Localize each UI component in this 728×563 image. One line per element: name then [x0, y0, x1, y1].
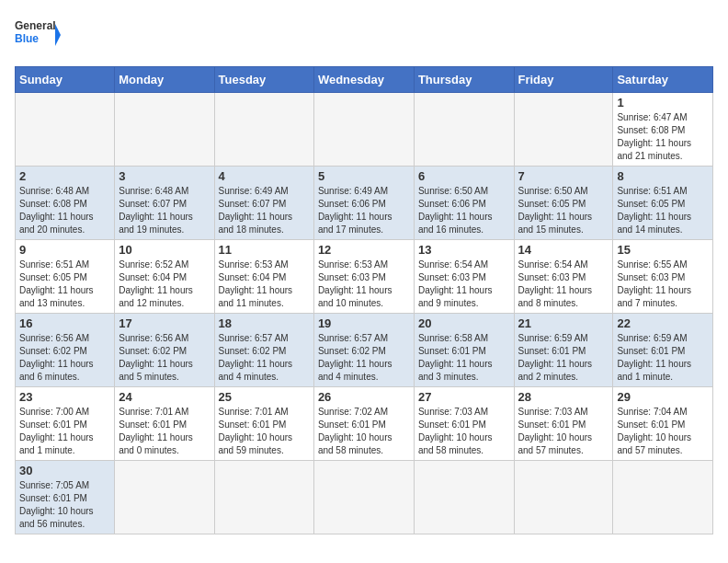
day-number: 2 [19, 169, 110, 183]
day-info: Sunrise: 7:03 AM Sunset: 6:01 PM Dayligh… [518, 406, 609, 457]
day-info: Sunrise: 6:57 AM Sunset: 6:02 PM Dayligh… [318, 332, 410, 384]
day-info: Sunrise: 6:53 AM Sunset: 6:04 PM Dayligh… [219, 259, 310, 310]
week-row-1: 1Sunrise: 6:47 AM Sunset: 6:08 PM Daylig… [16, 93, 713, 167]
day-info: Sunrise: 7:04 AM Sunset: 6:01 PM Dayligh… [617, 406, 709, 457]
day-cell: 29Sunrise: 7:04 AM Sunset: 6:01 PM Dayli… [613, 387, 713, 461]
day-number: 26 [318, 390, 410, 404]
day-info: Sunrise: 6:51 AM Sunset: 6:05 PM Dayligh… [617, 185, 709, 236]
day-cell: 12Sunrise: 6:53 AM Sunset: 6:03 PM Dayli… [313, 240, 414, 314]
day-cell [16, 93, 115, 167]
day-cell: 9Sunrise: 6:51 AM Sunset: 6:05 PM Daylig… [16, 240, 115, 314]
day-number: 29 [617, 390, 709, 404]
day-cell [115, 461, 214, 534]
day-number: 27 [418, 390, 510, 404]
day-info: Sunrise: 6:56 AM Sunset: 6:02 PM Dayligh… [119, 332, 210, 384]
day-cell: 27Sunrise: 7:03 AM Sunset: 6:01 PM Dayli… [414, 387, 514, 461]
day-number: 9 [19, 243, 110, 257]
day-info: Sunrise: 6:54 AM Sunset: 6:03 PM Dayligh… [418, 259, 510, 310]
day-number: 17 [119, 316, 210, 330]
day-cell [514, 93, 613, 167]
day-number: 16 [19, 316, 110, 330]
day-number: 7 [518, 169, 609, 183]
day-cell: 13Sunrise: 6:54 AM Sunset: 6:03 PM Dayli… [414, 240, 514, 314]
day-number: 3 [119, 169, 210, 183]
day-info: Sunrise: 7:05 AM Sunset: 6:01 PM Dayligh… [19, 479, 110, 531]
day-info: Sunrise: 6:48 AM Sunset: 6:08 PM Dayligh… [19, 185, 110, 236]
day-cell: 18Sunrise: 6:57 AM Sunset: 6:02 PM Dayli… [214, 314, 313, 387]
day-cell: 28Sunrise: 7:03 AM Sunset: 6:01 PM Dayli… [514, 387, 613, 461]
day-cell: 23Sunrise: 7:00 AM Sunset: 6:01 PM Dayli… [16, 387, 115, 461]
day-number: 28 [518, 390, 609, 404]
day-cell: 21Sunrise: 6:59 AM Sunset: 6:01 PM Dayli… [514, 314, 613, 387]
day-info: Sunrise: 6:50 AM Sunset: 6:05 PM Dayligh… [518, 185, 609, 236]
day-info: Sunrise: 7:01 AM Sunset: 6:01 PM Dayligh… [219, 406, 310, 457]
day-info: Sunrise: 7:00 AM Sunset: 6:01 PM Dayligh… [19, 406, 110, 457]
day-cell: 4Sunrise: 6:49 AM Sunset: 6:07 PM Daylig… [214, 167, 313, 240]
day-info: Sunrise: 7:01 AM Sunset: 6:01 PM Dayligh… [119, 406, 210, 457]
calendar-table: SundayMondayTuesdayWednesdayThursdayFrid… [15, 66, 713, 534]
day-number: 18 [219, 316, 310, 330]
day-info: Sunrise: 6:55 AM Sunset: 6:03 PM Dayligh… [617, 259, 709, 310]
day-number: 1 [617, 96, 709, 109]
day-number: 14 [518, 243, 609, 257]
header: General Blue [15, 15, 713, 55]
day-cell: 5Sunrise: 6:49 AM Sunset: 6:06 PM Daylig… [313, 167, 414, 240]
day-info: Sunrise: 6:59 AM Sunset: 6:01 PM Dayligh… [518, 332, 609, 384]
day-cell: 24Sunrise: 7:01 AM Sunset: 6:01 PM Dayli… [115, 387, 214, 461]
day-cell [214, 93, 313, 167]
day-cell [214, 461, 313, 534]
day-cell: 17Sunrise: 6:56 AM Sunset: 6:02 PM Dayli… [115, 314, 214, 387]
day-cell: 1Sunrise: 6:47 AM Sunset: 6:08 PM Daylig… [613, 93, 713, 167]
day-cell: 22Sunrise: 6:59 AM Sunset: 6:01 PM Dayli… [613, 314, 713, 387]
day-number: 20 [418, 316, 510, 330]
svg-marker-2 [55, 24, 61, 46]
day-info: Sunrise: 6:50 AM Sunset: 6:06 PM Dayligh… [418, 185, 510, 236]
day-cell [115, 93, 214, 167]
day-info: Sunrise: 7:02 AM Sunset: 6:01 PM Dayligh… [318, 406, 410, 457]
day-number: 12 [318, 243, 410, 257]
column-header-friday: Friday [514, 67, 613, 93]
column-header-tuesday: Tuesday [214, 67, 313, 93]
day-info: Sunrise: 6:54 AM Sunset: 6:03 PM Dayligh… [518, 259, 609, 310]
week-row-6: 30Sunrise: 7:05 AM Sunset: 6:01 PM Dayli… [16, 461, 713, 534]
day-number: 19 [318, 316, 410, 330]
day-number: 15 [617, 243, 709, 257]
week-row-3: 9Sunrise: 6:51 AM Sunset: 6:05 PM Daylig… [16, 240, 713, 314]
column-header-thursday: Thursday [414, 67, 514, 93]
day-number: 13 [418, 243, 510, 257]
day-number: 10 [119, 243, 210, 257]
day-info: Sunrise: 6:51 AM Sunset: 6:05 PM Dayligh… [19, 259, 110, 310]
day-info: Sunrise: 6:57 AM Sunset: 6:02 PM Dayligh… [219, 332, 310, 384]
day-cell: 6Sunrise: 6:50 AM Sunset: 6:06 PM Daylig… [414, 167, 514, 240]
day-number: 21 [518, 316, 609, 330]
day-cell: 26Sunrise: 7:02 AM Sunset: 6:01 PM Dayli… [313, 387, 414, 461]
day-number: 11 [219, 243, 310, 257]
day-cell: 25Sunrise: 7:01 AM Sunset: 6:01 PM Dayli… [214, 387, 313, 461]
column-headers: SundayMondayTuesdayWednesdayThursdayFrid… [16, 67, 713, 93]
day-number: 8 [617, 169, 709, 183]
day-cell [414, 93, 514, 167]
day-info: Sunrise: 6:56 AM Sunset: 6:02 PM Dayligh… [19, 332, 110, 384]
week-row-5: 23Sunrise: 7:00 AM Sunset: 6:01 PM Dayli… [16, 387, 713, 461]
column-header-saturday: Saturday [613, 67, 713, 93]
day-cell [313, 461, 414, 534]
day-number: 23 [19, 390, 110, 404]
column-header-sunday: Sunday [16, 67, 115, 93]
column-header-wednesday: Wednesday [313, 67, 414, 93]
day-info: Sunrise: 6:48 AM Sunset: 6:07 PM Dayligh… [119, 185, 210, 236]
svg-text:General: General [15, 19, 56, 32]
logo: General Blue [15, 15, 61, 55]
week-row-4: 16Sunrise: 6:56 AM Sunset: 6:02 PM Dayli… [16, 314, 713, 387]
day-cell: 16Sunrise: 6:56 AM Sunset: 6:02 PM Dayli… [16, 314, 115, 387]
day-info: Sunrise: 6:59 AM Sunset: 6:01 PM Dayligh… [617, 332, 709, 384]
day-info: Sunrise: 6:49 AM Sunset: 6:07 PM Dayligh… [219, 185, 310, 236]
day-cell: 7Sunrise: 6:50 AM Sunset: 6:05 PM Daylig… [514, 167, 613, 240]
day-cell [514, 461, 613, 534]
day-info: Sunrise: 6:52 AM Sunset: 6:04 PM Dayligh… [119, 259, 210, 310]
logo-svg: General Blue [15, 15, 61, 55]
day-cell: 30Sunrise: 7:05 AM Sunset: 6:01 PM Dayli… [16, 461, 115, 534]
day-number: 22 [617, 316, 709, 330]
day-cell: 2Sunrise: 6:48 AM Sunset: 6:08 PM Daylig… [16, 167, 115, 240]
day-cell: 11Sunrise: 6:53 AM Sunset: 6:04 PM Dayli… [214, 240, 313, 314]
day-info: Sunrise: 6:47 AM Sunset: 6:08 PM Dayligh… [617, 111, 709, 163]
